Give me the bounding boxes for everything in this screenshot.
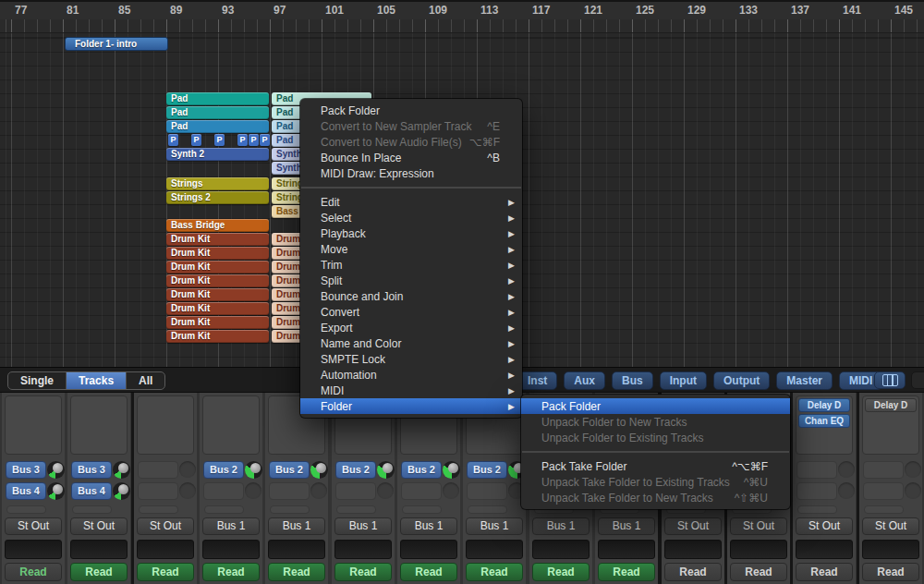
- send-slot-empty[interactable]: [467, 482, 507, 500]
- group-slot[interactable]: [70, 540, 128, 559]
- output-button[interactable]: St Out: [730, 517, 787, 535]
- group-slot[interactable]: [202, 540, 260, 559]
- output-button[interactable]: Bus 1: [202, 517, 260, 535]
- output-button[interactable]: St Out: [664, 517, 722, 535]
- output-button[interactable]: St Out: [796, 517, 853, 535]
- automation-read-button[interactable]: Read: [137, 563, 194, 581]
- send-slot-bus-3[interactable]: Bus 3: [71, 461, 112, 479]
- send-slot-bus-4[interactable]: Bus 4: [71, 482, 112, 500]
- send-slot-bus-2[interactable]: Bus 2: [203, 461, 244, 479]
- output-button[interactable]: Bus 1: [466, 517, 523, 535]
- context-menu-item-automation[interactable]: Automation▶: [300, 367, 522, 383]
- context-menu-item-pack-folder[interactable]: Pack Folder: [300, 103, 522, 118]
- region-p-small[interactable]: P: [168, 134, 178, 146]
- filter-button-master[interactable]: Master: [776, 371, 833, 390]
- filter-button-output[interactable]: Output: [713, 371, 770, 390]
- automation-read-button[interactable]: Read: [664, 563, 722, 581]
- insert-plugin-delay-d[interactable]: Delay D: [865, 398, 917, 412]
- region-pad[interactable]: Pad: [166, 92, 269, 105]
- automation-read-button[interactable]: Read: [796, 563, 853, 581]
- context-menu-item-smpte-lock[interactable]: SMPTE Lock▶: [300, 351, 522, 367]
- group-slot[interactable]: [796, 540, 853, 559]
- group-slot[interactable]: [664, 540, 722, 559]
- automation-read-button[interactable]: Read: [862, 563, 919, 581]
- insert-slot-panel[interactable]: [202, 395, 260, 455]
- group-slot[interactable]: [598, 540, 655, 559]
- send-level-knob[interactable]: [47, 482, 65, 500]
- send-slot-small-empty[interactable]: [270, 505, 310, 514]
- group-slot[interactable]: [466, 540, 523, 559]
- send-level-knob[interactable]: [113, 482, 130, 500]
- send-slot-empty[interactable]: [138, 461, 178, 479]
- send-slot-small-empty[interactable]: [336, 505, 376, 514]
- output-button[interactable]: Bus 1: [334, 517, 392, 535]
- send-slot-empty[interactable]: [796, 461, 837, 479]
- send-level-knob[interactable]: [113, 461, 130, 479]
- automation-read-button[interactable]: Read: [598, 563, 655, 581]
- region-p-small[interactable]: P: [237, 134, 248, 146]
- region-drum-kit[interactable]: Drum Kit: [166, 274, 269, 287]
- group-slot[interactable]: [268, 540, 325, 559]
- send-slot-small-empty[interactable]: [864, 505, 904, 514]
- automation-read-button[interactable]: Read: [532, 563, 590, 581]
- context-menu-item-export[interactable]: Export▶: [300, 320, 522, 335]
- context-menu-item-bounce-and-join[interactable]: Bounce and Join▶: [300, 288, 522, 304]
- region-drum-kit[interactable]: Drum Kit: [166, 247, 269, 260]
- send-level-knob[interactable]: [47, 461, 65, 479]
- send-slot-empty[interactable]: [138, 482, 178, 500]
- output-button[interactable]: St Out: [862, 517, 919, 535]
- group-slot[interactable]: [400, 540, 457, 559]
- send-slot-bus-2[interactable]: Bus 2: [467, 461, 507, 479]
- filter-button-bus[interactable]: Bus: [612, 371, 653, 390]
- region-drum-kit[interactable]: Drum Kit: [166, 233, 269, 246]
- region-strings[interactable]: Strings: [166, 177, 269, 190]
- region-pad[interactable]: Pad: [166, 106, 269, 119]
- context-menu-item-bounce-in-place[interactable]: Bounce In Place^B: [300, 150, 522, 165]
- automation-read-button[interactable]: Read: [268, 563, 325, 581]
- group-slot[interactable]: [532, 540, 590, 559]
- mixer-view-tab-single[interactable]: Single: [8, 372, 67, 389]
- output-button[interactable]: St Out: [137, 517, 194, 535]
- send-slot-bus-3[interactable]: Bus 3: [6, 461, 46, 479]
- output-button[interactable]: Bus 1: [598, 517, 655, 535]
- filter-button-input[interactable]: Input: [660, 371, 707, 390]
- context-menu-item-name-and-color[interactable]: Name and Color▶: [300, 335, 522, 351]
- insert-slot-panel[interactable]: [5, 395, 62, 455]
- region-folder-1-intro[interactable]: Folder 1- intro: [65, 37, 168, 51]
- output-button[interactable]: Bus 1: [532, 517, 590, 535]
- single-strip-view-button[interactable]: [911, 371, 924, 389]
- insert-plugin-delay-d[interactable]: Delay D: [798, 398, 850, 412]
- automation-read-button[interactable]: Read: [400, 563, 457, 581]
- region-drum-kit[interactable]: Drum Kit: [166, 316, 269, 329]
- automation-read-button[interactable]: Read: [334, 563, 392, 581]
- region-drum-kit[interactable]: Drum Kit: [166, 288, 269, 301]
- automation-read-button[interactable]: Read: [466, 563, 523, 581]
- automation-read-button[interactable]: Read: [730, 563, 787, 581]
- filter-button-inst[interactable]: Inst: [517, 371, 557, 390]
- insert-slot-panel[interactable]: Delay DChan EQ: [796, 395, 853, 455]
- region-p-small[interactable]: P: [214, 134, 225, 146]
- send-slot-small-empty[interactable]: [139, 505, 178, 514]
- send-slot-small-empty[interactable]: [6, 505, 46, 514]
- send-slot-empty[interactable]: [401, 482, 442, 500]
- region-synth-2[interactable]: Synth 2: [166, 148, 269, 161]
- automation-read-button[interactable]: Read: [70, 563, 128, 581]
- automation-read-button[interactable]: Read: [202, 563, 260, 581]
- insert-slot-panel[interactable]: [137, 395, 194, 455]
- send-slot-small-empty[interactable]: [204, 505, 244, 514]
- group-slot[interactable]: [137, 540, 194, 559]
- context-menu-item-split[interactable]: Split▶: [300, 273, 522, 288]
- region-bass-bridge[interactable]: Bass Bridge: [166, 219, 269, 232]
- send-slot-empty[interactable]: [863, 482, 904, 500]
- context-menu-item-midi[interactable]: MIDI▶: [300, 383, 522, 398]
- send-slot-small-empty[interactable]: [402, 505, 442, 514]
- send-slot-small-empty[interactable]: [797, 505, 837, 514]
- send-slot-small-empty[interactable]: [72, 505, 112, 514]
- context-menu-item-move[interactable]: Move▶: [300, 241, 522, 257]
- send-slot-bus-2[interactable]: Bus 2: [401, 461, 442, 479]
- output-button[interactable]: Bus 1: [268, 517, 325, 535]
- send-level-knob[interactable]: [245, 461, 262, 479]
- insert-plugin-chan-eq[interactable]: Chan EQ: [798, 414, 850, 428]
- region-p-small[interactable]: P: [191, 134, 201, 146]
- filter-button-aux[interactable]: Aux: [564, 371, 605, 390]
